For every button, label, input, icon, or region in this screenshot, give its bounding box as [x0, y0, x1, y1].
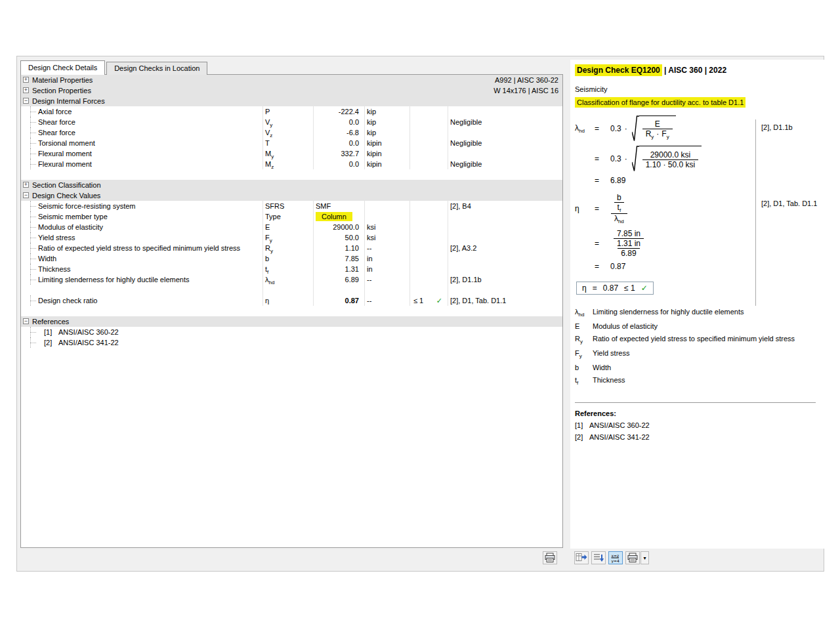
- table-row[interactable]: Shear forceVy0.0kipNegligible: [21, 117, 562, 127]
- table-row[interactable]: Torsional momentT0.0kipinNegligible: [21, 138, 562, 148]
- table-row[interactable]: Ratio of expected yield stress to specif…: [21, 243, 562, 253]
- collapse-icon[interactable]: −: [23, 98, 29, 104]
- legend-symbol: b: [575, 364, 593, 371]
- formula-reference-1: [2], D1.1b: [761, 123, 793, 131]
- expand-icon[interactable]: +: [23, 77, 29, 83]
- design-check-window: Design Check Details Design Checks in Lo…: [16, 56, 824, 572]
- table-row[interactable]: Seismic force-resisting systemSFRSSMF[2]…: [21, 201, 562, 211]
- tree-group-row[interactable]: +Section Classification: [21, 180, 562, 190]
- row-unit: kip: [367, 106, 376, 117]
- spacer-row: [21, 285, 562, 295]
- table-row[interactable]: Axial forceP-222.4kip: [21, 106, 562, 117]
- expand-icon[interactable]: +: [23, 182, 29, 188]
- formula-symbol-lambda: λhd: [575, 123, 595, 134]
- coefficient: 0.3: [610, 154, 621, 163]
- table-row[interactable]: Shear forceVz-6.8kip: [21, 127, 562, 138]
- table-row[interactable]: Seismic member typeTypeColumn: [21, 211, 562, 222]
- check-icon: ✓: [641, 284, 648, 293]
- equals-sign: =: [595, 124, 610, 133]
- row-value: Column: [313, 211, 362, 222]
- fraction: 29000.0 ksi 1.10 · 50.0 ksi: [642, 150, 698, 169]
- table-row[interactable]: Design check ratioη0.87--≤ 1✓[2], D1, Ta…: [21, 295, 562, 306]
- square-root: 29000.0 ksi 1.10 · 50.0 ksi: [632, 146, 702, 172]
- reference-item: [1]ANSI/AISC 360-22: [575, 421, 825, 429]
- print-formula-button[interactable]: [625, 551, 640, 564]
- tab-design-checks-in-location[interactable]: Design Checks in Location: [106, 62, 207, 75]
- print-button[interactable]: [543, 551, 557, 564]
- legend-row: bWidth: [575, 364, 825, 371]
- formula-line-lambda-result: = 6.89: [575, 176, 825, 185]
- collapse-icon[interactable]: −: [23, 318, 29, 324]
- row-label: Axial force: [38, 106, 72, 117]
- group-label: Design Check Values: [32, 190, 100, 201]
- row-label: Seismic member type: [38, 211, 108, 222]
- row-criterion: [410, 274, 448, 285]
- fraction: b tf: [614, 193, 625, 213]
- formula-view-icon: x=z y=4: [610, 553, 621, 563]
- result-criterion: ≤ 1: [624, 284, 635, 293]
- tree-group-row[interactable]: +Section PropertiesW 14x176 | AISC 16: [21, 85, 562, 96]
- transfer-to-table-button[interactable]: [574, 551, 589, 564]
- table-row[interactable]: Modulus of elasticityE29000.0ksi: [21, 222, 562, 232]
- go-to-list-icon: [593, 553, 604, 563]
- go-to-list-button[interactable]: [591, 551, 606, 564]
- table-row[interactable]: Yield stressFy50.0ksi: [21, 232, 562, 243]
- reference-text: ANSI/AISC 360-22: [58, 327, 119, 337]
- tree-group-row[interactable]: −References: [21, 316, 562, 327]
- row-label: Shear force: [38, 127, 75, 138]
- table-row[interactable]: Widthb7.85in: [21, 253, 562, 264]
- reference-text: ANSI/AISC 341-22: [589, 433, 650, 441]
- row-unit: --: [367, 295, 371, 306]
- row-criterion: ≤ 1✓: [410, 295, 448, 306]
- equals-sign: =: [593, 284, 597, 293]
- tree-group-row[interactable]: −Design Internal Forces: [21, 96, 562, 106]
- formula-symbol-eta: η: [575, 204, 595, 213]
- row-label: Modulus of elasticity: [38, 222, 103, 232]
- reference-item: [2]ANSI/AISC 341-22: [575, 433, 825, 441]
- row-unit: --: [367, 274, 371, 285]
- formula-view-button[interactable]: x=z y=4: [608, 551, 623, 564]
- print-options-dropdown[interactable]: ▾: [640, 551, 649, 564]
- row-unit: --: [367, 243, 371, 253]
- row-label: Shear force: [38, 117, 75, 127]
- svg-text:y=4: y=4: [612, 558, 620, 563]
- reference-row[interactable]: [1]ANSI/AISC 360-22: [21, 327, 562, 337]
- row-criterion: [410, 159, 448, 169]
- row-value: 0.0: [313, 159, 362, 169]
- tree-group-row[interactable]: −Design Check Values: [21, 190, 562, 201]
- table-row[interactable]: Limiting slenderness for highly ductile …: [21, 274, 562, 285]
- fraction: E Ry·Fy: [642, 119, 673, 140]
- tab-design-check-details[interactable]: Design Check Details: [20, 60, 105, 75]
- group-label: Section Properties: [32, 85, 91, 96]
- row-criterion: [410, 117, 448, 127]
- tree-line: [30, 238, 36, 238]
- row-value: -6.8: [313, 127, 362, 138]
- print-icon: [627, 553, 639, 563]
- collapse-icon[interactable]: −: [23, 192, 29, 198]
- expand-icon[interactable]: +: [23, 87, 29, 93]
- row-comment: [2], D1.1b: [450, 274, 482, 285]
- row-value: 1.10: [313, 243, 362, 253]
- tree-line: [30, 206, 36, 207]
- row-label: Yield stress: [38, 232, 75, 243]
- row-comment: [2], A3.2: [450, 243, 476, 253]
- row-unit: in: [367, 264, 373, 274]
- tree-line: [30, 217, 36, 217]
- table-row[interactable]: Flexural momentMz0.0kipinNegligible: [21, 159, 562, 169]
- table-row[interactable]: Flexural momentMy332.7kipin: [21, 148, 562, 159]
- formula-line-eta: η = b tf λhd: [575, 193, 825, 225]
- row-criterion: [410, 222, 448, 232]
- row-criterion: [410, 253, 448, 264]
- row-symbol: b: [265, 253, 269, 264]
- lambda-result: 6.89: [610, 176, 625, 185]
- fraction: 7.85 in 1.31 in: [614, 229, 644, 248]
- row-unit: in: [367, 253, 373, 264]
- separator: [575, 402, 816, 403]
- row-value: 332.7: [313, 148, 362, 159]
- legend-description: Ratio of expected yield stress to specif…: [593, 335, 795, 345]
- table-row[interactable]: Thicknesstf1.31in: [21, 264, 562, 274]
- tree-group-row[interactable]: +Material PropertiesA992 | AISC 360-22: [21, 75, 562, 85]
- design-check-table: +Material PropertiesA992 | AISC 360-22+S…: [20, 74, 563, 548]
- reference-row[interactable]: [2]ANSI/AISC 341-22: [21, 337, 562, 348]
- tree-line: [30, 248, 36, 249]
